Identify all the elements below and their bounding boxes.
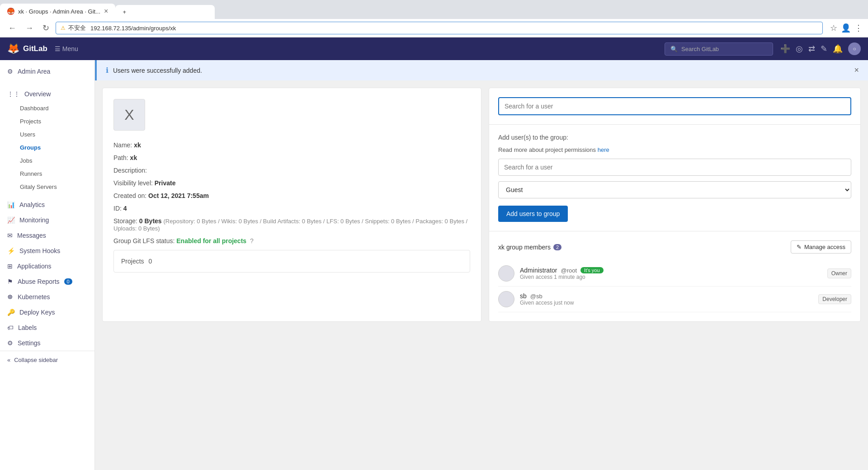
permissions-link[interactable]: here (598, 146, 609, 153)
sidebar-messages-label: Messages (17, 232, 46, 239)
group-path-row: Path: xk (113, 154, 470, 161)
collapse-sidebar-button[interactable]: « Collapse sidebar (0, 351, 94, 369)
bookmarks-icon[interactable]: ☆ (830, 23, 837, 33)
sidebar-item-projects[interactable]: Projects (0, 115, 94, 128)
user-avatar[interactable]: ○ (848, 42, 861, 55)
sidebar-item-jobs[interactable]: Jobs (0, 154, 94, 167)
app-layout: ⚙ Admin Area ⋮⋮ Overview Dashboard Proje… (0, 60, 868, 470)
member-avatar-1 (498, 265, 514, 282)
monitoring-icon: 📈 (7, 216, 15, 224)
sidebar-abuse-label: Abuse Reports (18, 278, 60, 285)
new-tab-button[interactable]: + (115, 5, 215, 19)
path-label: Path: (113, 154, 128, 161)
manage-access-icon: ✎ (797, 244, 802, 250)
sidebar-item-abuse-reports[interactable]: ⚑ Abuse Reports 0 (0, 274, 94, 289)
sidebar-item-runners[interactable]: Runners (0, 167, 94, 180)
alert-message: Users were successfully added. (113, 67, 849, 74)
alert-close-button[interactable]: × (854, 66, 859, 75)
sidebar-item-kubernetes[interactable]: ☸ Kubernetes (0, 289, 94, 305)
main-content: ℹ Users were successfully added. × X Nam… (95, 60, 868, 470)
group-storage-row: Storage: 0 Bytes (Repository: 0 Bytes / … (113, 217, 470, 232)
sidebar-item-dashboard[interactable]: Dashboard (0, 102, 94, 115)
member-item: sb @sb Given access just now Developer (498, 287, 851, 312)
global-search[interactable]: 🔍 Search GitLab (665, 42, 773, 56)
sidebar-item-settings[interactable]: ⚙ Settings (0, 335, 94, 351)
tab-favicon: 🦊 (7, 8, 14, 15)
lfs-label: Group Git LFS status: (113, 237, 175, 244)
lfs-value: Enabled for all projects (176, 237, 246, 244)
members-count: 2 (553, 244, 561, 250)
id-label: ID: (113, 205, 122, 212)
settings-icon: ⚙ (7, 339, 13, 347)
sidebar-monitoring-label: Monitoring (19, 216, 49, 224)
sidebar-item-applications[interactable]: ⊞ Applications (0, 258, 94, 274)
member-access-1: Given access 1 minute ago (520, 274, 822, 280)
profile-icon[interactable]: 👤 (841, 23, 851, 33)
url-input[interactable]: ⚠ 不安全 192.168.72.135/admin/groups/xk (56, 22, 823, 34)
sidebar-item-messages[interactable]: ✉ Messages (0, 228, 94, 243)
sidebar-analytics-label: Analytics (19, 201, 45, 208)
sidebar-overview-section: ⋮⋮ Overview Dashboard Projects Users Gro… (0, 83, 94, 197)
member-name-2: sb @sb (520, 292, 813, 300)
activity-icon[interactable]: ◎ (796, 44, 803, 54)
member-name-1: Administrator @root It's you (520, 267, 822, 274)
sidebar-item-groups[interactable]: Groups (0, 141, 94, 154)
tab-close-button[interactable]: × (104, 7, 108, 15)
user-search-field[interactable] (498, 159, 851, 176)
gitlab-logo[interactable]: 🦊 GitLab (7, 43, 47, 55)
apps-icon: ⊞ (7, 263, 13, 270)
avatar-letter: X (124, 107, 134, 123)
group-lfs-row: Group Git LFS status: Enabled for all pr… (113, 237, 470, 244)
back-button[interactable]: ← (5, 23, 19, 34)
menu-button[interactable]: ☰ Menu (55, 45, 78, 52)
notifications-icon[interactable]: 🔔 (833, 44, 843, 54)
sidebar-apps-label: Applications (17, 263, 52, 270)
member-item: Administrator @root It's you Given acces… (498, 261, 851, 287)
visibility-label: Visibility level: (113, 179, 153, 187)
more-icon[interactable]: ⋮ (854, 23, 863, 33)
manage-access-button[interactable]: ✎ Manage access (791, 240, 851, 254)
sidebar-item-overview[interactable]: ⋮⋮ Overview (0, 86, 94, 102)
forward-button[interactable]: → (23, 23, 36, 34)
sidebar-item-deploy-keys[interactable]: 🔑 Deploy Keys (0, 305, 94, 320)
sidebar-item-monitoring[interactable]: 📈 Monitoring (0, 212, 94, 228)
group-created-row: Created on: Oct 12, 2021 7:55am (113, 192, 470, 199)
projects-section: Projects 0 (113, 250, 470, 273)
sidebar-item-analytics[interactable]: 📊 Analytics (0, 197, 94, 212)
lfs-icon: ? (250, 237, 254, 244)
member-info-2: sb @sb Given access just now (520, 292, 813, 306)
lfs-value-link[interactable]: Enabled for all projects (176, 237, 248, 244)
hooks-icon: ⚡ (7, 247, 15, 254)
sidebar-item-gitaly[interactable]: Gitaly Servers (0, 180, 94, 193)
sidebar-kubernetes-label: Kubernetes (18, 293, 50, 301)
tab-bar: 🦊 xk · Groups · Admin Area · Git... × + (0, 0, 868, 19)
members-header: xk group members 2 ✎ Manage access (498, 240, 851, 254)
members-title: xk group members 2 (498, 244, 561, 251)
gitlab-header: 🦊 GitLab ☰ Menu 🔍 Search GitLab ➕ ◎ ⇄ ✎ … (0, 38, 868, 60)
name-label: Name: (113, 141, 132, 149)
group-visibility-row: Visibility level: Private (113, 179, 470, 187)
sidebar-item-labels[interactable]: 🏷 Labels (0, 320, 94, 335)
member-role-1: Owner (827, 268, 851, 278)
group-description-row: Description: (113, 167, 470, 174)
sidebar-item-users[interactable]: Users (0, 128, 94, 141)
gitlab-logo-text: GitLab (23, 44, 47, 53)
role-select[interactable]: Guest Reporter Developer Maintainer Owne… (498, 181, 851, 198)
sidebar-item-system-hooks[interactable]: ⚡ System Hooks (0, 243, 94, 258)
reload-button[interactable]: ↻ (40, 22, 52, 34)
search-placeholder: Search GitLab (681, 46, 719, 52)
group-visibility-value: Private (155, 179, 176, 187)
add-users-button[interactable]: Add users to group (498, 206, 568, 222)
add-user-form: Add user(s) to the group: Read more abou… (489, 125, 860, 231)
search-user-input[interactable] (498, 97, 851, 115)
create-icon[interactable]: ➕ (780, 44, 790, 54)
merge-icon[interactable]: ⇄ (808, 44, 815, 54)
edit-icon[interactable]: ✎ (821, 44, 827, 54)
success-alert: ℹ Users were successfully added. × (95, 60, 868, 80)
permissions-text: Read more about project permissions here (498, 146, 851, 153)
content-grid: X Name: xk Path: xk Description: Visibil… (95, 80, 868, 329)
header-icons: ➕ ◎ ⇄ ✎ 🔔 ○ (780, 42, 861, 55)
sidebar-admin-area[interactable]: ⚙ Admin Area (0, 64, 94, 79)
active-tab[interactable]: 🦊 xk · Groups · Admin Area · Git... × (0, 4, 115, 19)
url-protocol: 不安全 (68, 24, 86, 32)
